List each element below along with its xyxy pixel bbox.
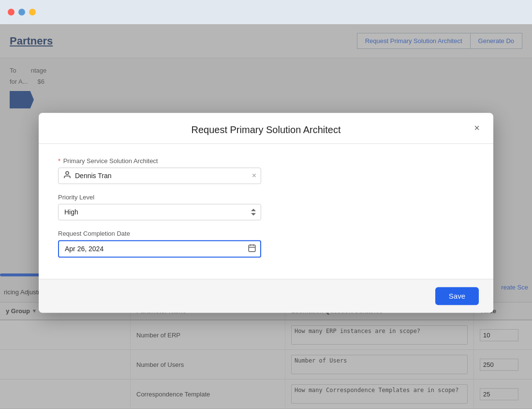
modal-body: * Primary Service Solution Architect × bbox=[39, 144, 493, 279]
architect-field: * Primary Service Solution Architect × bbox=[58, 157, 474, 184]
date-field-label: Request Completion Date bbox=[58, 230, 474, 237]
request-architect-modal: Request Primary Solution Architect × * P… bbox=[39, 113, 493, 313]
titlebar bbox=[0, 0, 532, 24]
date-input-wrapper bbox=[58, 240, 261, 258]
clear-architect-button[interactable]: × bbox=[252, 171, 256, 180]
priority-select[interactable]: Low Medium High Critical bbox=[58, 204, 261, 220]
architect-field-label: * Primary Service Solution Architect bbox=[58, 157, 474, 165]
date-input[interactable] bbox=[58, 240, 261, 258]
minimize-traffic-light[interactable] bbox=[18, 9, 25, 15]
maximize-traffic-light[interactable] bbox=[29, 9, 36, 15]
priority-field: Priority Level Low Medium High Critical bbox=[58, 194, 474, 220]
modal-footer: Save bbox=[39, 279, 493, 313]
close-traffic-light[interactable] bbox=[8, 9, 15, 15]
page-background: Partners Request Primary Solution Archit… bbox=[0, 24, 532, 409]
priority-field-label: Priority Level bbox=[58, 194, 474, 201]
architect-input-wrapper: × bbox=[58, 167, 261, 184]
svg-point-0 bbox=[66, 171, 69, 174]
modal-header: Request Primary Solution Architect × bbox=[39, 113, 493, 144]
modal-title: Request Primary Solution Architect bbox=[53, 124, 479, 136]
user-icon bbox=[63, 170, 72, 181]
date-field: Request Completion Date bbox=[58, 230, 474, 258]
architect-input[interactable] bbox=[58, 167, 261, 184]
modal-close-button[interactable]: × bbox=[470, 121, 484, 135]
save-button[interactable]: Save bbox=[435, 287, 479, 305]
required-marker: * bbox=[58, 157, 60, 165]
